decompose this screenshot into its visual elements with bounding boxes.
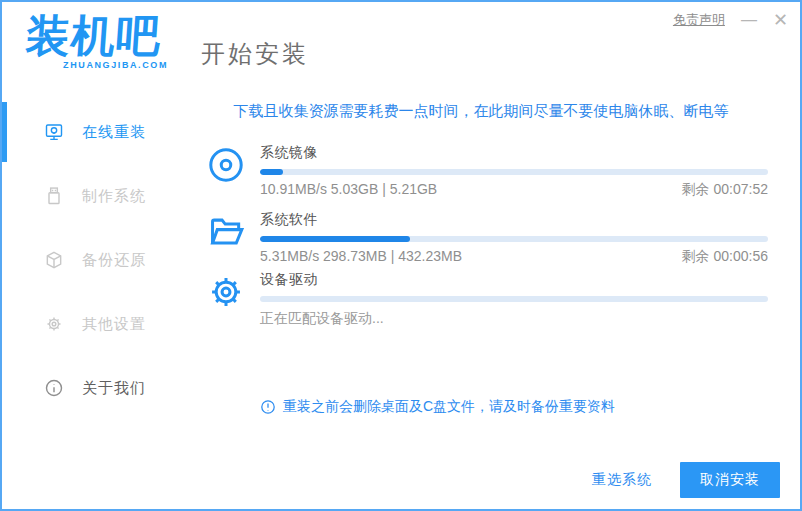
backup-warning-text: 重装之前会删除桌面及C盘文件，请及时备份重要资料 — [283, 398, 615, 416]
backup-warning-note: 重装之前会删除桌面及C盘文件，请及时备份重要资料 — [260, 398, 615, 416]
sidebar-item-backup-restore[interactable]: 备份还原 — [2, 228, 192, 292]
main-content: 下载且收集资源需要耗费一点时间，在此期间尽量不要使电脑休眠、断电等 系统镜像 1… — [192, 87, 800, 509]
gear-icon — [44, 314, 64, 334]
task-system-image: 系统镜像 10.91MB/s 5.03GB | 5.21GB 剩余 00:07:… — [192, 144, 800, 199]
progress-bar-system-image — [260, 169, 768, 175]
task-system-software: 系统软件 5.31MB/s 298.73MB | 432.23MB 剩余 00:… — [192, 211, 800, 266]
progress-bar-system-software — [260, 236, 768, 242]
sidebar-item-label: 关于我们 — [82, 379, 146, 398]
info-icon — [44, 378, 64, 398]
task-remaining-time: 剩余 00:07:52 — [682, 181, 768, 199]
task-label: 系统软件 — [260, 211, 768, 229]
app-logo: 装机吧 ZHUANGJIBA.COM — [26, 10, 168, 70]
task-remaining-time: 剩余 00:00:56 — [682, 248, 768, 266]
sidebar-item-label: 在线重装 — [82, 123, 146, 142]
close-icon[interactable]: ✕ — [773, 10, 788, 30]
cancel-install-button[interactable]: 取消安装 — [680, 462, 780, 498]
app-window: 装机吧 ZHUANGJIBA.COM 开始安装 免责声明 — ✕ 在线重装 — [0, 0, 802, 511]
gear-icon — [207, 273, 245, 311]
task-device-driver: 设备驱动 正在匹配设备驱动... — [192, 271, 800, 328]
usb-icon — [44, 186, 64, 206]
logo-text: 装机吧 — [24, 10, 170, 62]
sidebar-item-make-system[interactable]: 制作系统 — [2, 164, 192, 228]
sidebar-item-label: 制作系统 — [82, 187, 146, 206]
warning-icon — [260, 399, 276, 415]
sidebar-item-other-settings[interactable]: 其他设置 — [2, 292, 192, 356]
task-speed-size: 5.31MB/s 298.73MB | 432.23MB — [260, 248, 462, 266]
progress-fill — [260, 236, 410, 242]
sidebar-item-about-us[interactable]: 关于我们 — [2, 356, 192, 420]
sidebar: 在线重装 制作系统 备份还原 — [2, 87, 192, 509]
progress-fill — [260, 169, 283, 175]
download-notice: 下载且收集资源需要耗费一点时间，在此期间尽量不要使电脑休眠、断电等 — [192, 102, 770, 121]
sidebar-item-online-reinstall[interactable]: 在线重装 — [2, 100, 192, 164]
disclaimer-link[interactable]: 免责声明 — [673, 11, 725, 29]
page-title: 开始安装 — [201, 38, 309, 70]
monitor-icon — [44, 122, 64, 142]
progress-bar-device-driver — [260, 296, 768, 302]
task-speed-size: 10.91MB/s 5.03GB | 5.21GB — [260, 181, 437, 199]
footer-actions: 重选系统 取消安装 — [592, 462, 780, 498]
folder-open-icon — [207, 213, 245, 251]
task-status-text: 正在匹配设备驱动... — [260, 310, 768, 328]
window-controls: 免责声明 — ✕ — [673, 10, 788, 30]
reselect-system-button[interactable]: 重选系统 — [592, 471, 652, 489]
task-label: 系统镜像 — [260, 144, 768, 162]
minimize-icon[interactable]: — — [741, 10, 757, 30]
sidebar-item-label: 其他设置 — [82, 315, 146, 334]
sidebar-item-label: 备份还原 — [82, 251, 146, 270]
header: 装机吧 ZHUANGJIBA.COM 开始安装 免责声明 — ✕ — [2, 2, 800, 87]
disc-icon — [207, 146, 245, 184]
backup-icon — [44, 250, 64, 270]
task-label: 设备驱动 — [260, 271, 768, 289]
